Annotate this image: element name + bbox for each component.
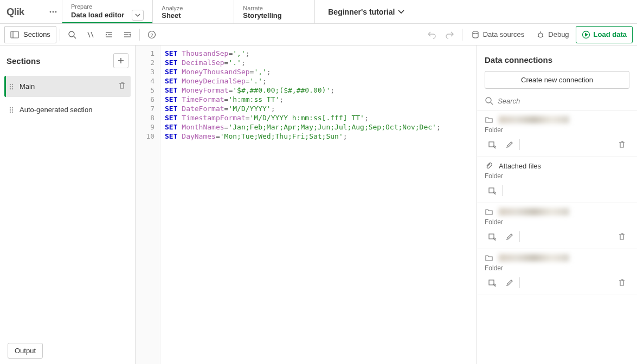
sections-panel: Sections Main Auto-generated section xyxy=(0,46,136,364)
tab-analyze[interactable]: Analyze Sheet xyxy=(152,0,234,23)
connection-search-input[interactable] xyxy=(498,97,629,105)
svg-point-28 xyxy=(10,83,11,84)
separator xyxy=(462,29,462,41)
trash-icon xyxy=(617,140,626,149)
toggle-sections-button[interactable]: Sections xyxy=(4,26,56,43)
redo-icon xyxy=(446,30,454,39)
add-section-button[interactable] xyxy=(113,53,128,68)
play-icon xyxy=(582,30,590,39)
svg-line-8 xyxy=(88,32,90,37)
data-sources-button[interactable]: Data sources xyxy=(466,26,530,43)
svg-point-38 xyxy=(10,111,11,112)
separator xyxy=(60,29,60,41)
tab-label: Analyze xyxy=(162,5,225,11)
svg-text:Qlik: Qlik xyxy=(7,5,25,17)
help-button[interactable]: ? xyxy=(143,26,160,43)
svg-point-37 xyxy=(12,109,13,110)
data-connections-panel: Data connections Create new connection F… xyxy=(477,46,637,364)
undo-button[interactable] xyxy=(423,26,440,43)
load-data-label: Load data xyxy=(594,30,627,38)
folder-icon xyxy=(485,253,493,262)
panel-icon xyxy=(10,30,19,39)
app-title-dropdown[interactable]: Beginner's tutorial xyxy=(328,0,404,23)
sections-label: Sections xyxy=(23,30,50,38)
edit-connection-button[interactable] xyxy=(502,137,517,152)
connection-type: Folder xyxy=(485,218,629,226)
trash-icon xyxy=(617,232,626,241)
bug-icon xyxy=(536,30,545,39)
svg-line-9 xyxy=(91,32,93,37)
connection-item[interactable]: Folder xyxy=(477,203,637,249)
search-icon xyxy=(68,30,76,39)
redo-button[interactable] xyxy=(441,26,459,43)
svg-point-3 xyxy=(55,11,57,12)
select-data-button[interactable] xyxy=(485,183,500,198)
output-label: Output xyxy=(15,347,36,355)
connection-item[interactable]: Attached files Folder xyxy=(477,157,637,203)
svg-point-39 xyxy=(12,111,13,112)
separator xyxy=(519,277,520,288)
folder-icon xyxy=(485,115,493,124)
tab-label: Prepare xyxy=(71,3,144,10)
connection-item[interactable]: Folder xyxy=(477,249,637,295)
line-gutter: 12345678910 xyxy=(136,46,160,364)
section-item-auto[interactable]: Auto-generated section xyxy=(4,100,131,119)
svg-point-36 xyxy=(10,109,11,110)
delete-connection-button[interactable] xyxy=(614,229,629,244)
svg-point-6 xyxy=(69,31,74,37)
code-content[interactable]: SET ThousandSep=',';SET DecimalSep='.';S… xyxy=(160,46,445,364)
indent-button[interactable] xyxy=(100,26,118,43)
chevron-down-icon xyxy=(398,10,404,14)
delete-connection-button[interactable] xyxy=(614,275,629,290)
outdent-icon xyxy=(123,30,132,39)
tab-sublabel: Storytelling xyxy=(243,11,282,20)
create-connection-button[interactable]: Create new connection xyxy=(485,71,629,89)
select-data-button[interactable] xyxy=(485,137,500,152)
delete-connection-button[interactable] xyxy=(614,137,629,152)
select-data-button[interactable] xyxy=(485,275,500,290)
edit-connection-button[interactable] xyxy=(502,229,517,244)
tab-prepare[interactable]: Prepare Data load editor xyxy=(62,0,152,23)
search-icon xyxy=(485,96,493,105)
pencil-icon xyxy=(505,140,514,149)
drag-handle-icon[interactable] xyxy=(9,106,14,114)
load-data-button[interactable]: Load data xyxy=(576,26,633,43)
connection-list: Folder Attached files Folder Folder Fold… xyxy=(477,110,637,295)
debug-button[interactable]: Debug xyxy=(531,26,574,43)
drag-handle-icon[interactable] xyxy=(9,83,14,90)
svg-line-7 xyxy=(74,36,76,38)
connection-name-redacted xyxy=(499,254,569,262)
svg-point-31 xyxy=(12,86,13,87)
code-editor[interactable]: 12345678910 SET ThousandSep=',';SET Deci… xyxy=(136,46,477,364)
search-button[interactable] xyxy=(63,26,81,43)
connection-name: Attached files xyxy=(499,162,541,170)
global-menu-button[interactable] xyxy=(44,0,62,23)
separator xyxy=(519,231,520,242)
section-item-main[interactable]: Main xyxy=(4,76,131,97)
svg-point-34 xyxy=(10,107,11,108)
connection-type: Folder xyxy=(485,126,629,134)
section-name: Auto-generated section xyxy=(20,106,126,114)
svg-point-19 xyxy=(538,33,543,37)
svg-point-2 xyxy=(53,11,54,12)
prepare-dropdown-button[interactable] xyxy=(132,10,144,21)
app-title: Beginner's tutorial xyxy=(328,8,395,16)
edit-connection-button[interactable] xyxy=(502,275,517,290)
svg-point-33 xyxy=(12,88,13,89)
connection-name-redacted xyxy=(499,208,569,216)
trash-icon xyxy=(118,81,126,90)
svg-point-29 xyxy=(12,83,13,84)
connection-search[interactable] xyxy=(477,94,637,110)
select-data-button[interactable] xyxy=(485,229,500,244)
outdent-button[interactable] xyxy=(119,26,136,43)
connection-item[interactable]: Folder xyxy=(477,111,637,157)
comment-button[interactable] xyxy=(82,26,99,43)
output-button[interactable]: Output xyxy=(8,343,43,359)
create-connection-label: Create new connection xyxy=(521,76,593,84)
connections-title: Data connections xyxy=(477,46,637,69)
delete-section-button[interactable] xyxy=(118,81,126,92)
pencil-icon xyxy=(505,232,514,241)
separator xyxy=(519,139,520,150)
tab-narrate[interactable]: Narrate Storytelling xyxy=(234,0,315,23)
paperclip-icon xyxy=(485,161,493,170)
